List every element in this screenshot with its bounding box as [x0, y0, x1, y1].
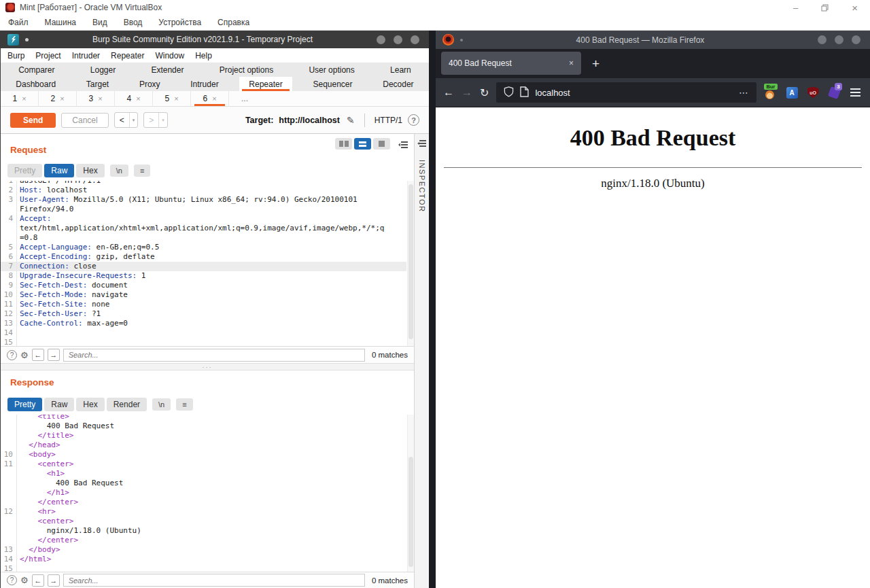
repeater-tab[interactable]: 6×: [191, 91, 229, 106]
tab-close-icon[interactable]: ×: [174, 94, 178, 103]
request-scrollbar[interactable]: [407, 181, 414, 346]
back-icon[interactable]: ←: [443, 86, 454, 99]
vbox-menu-item[interactable]: Вид: [92, 18, 107, 27]
inspector-label[interactable]: INSPECTOR: [418, 160, 426, 212]
search-help-icon[interactable]: ?: [7, 350, 17, 360]
editor-menu-icon[interactable]: ≡: [176, 398, 192, 411]
vbox-menu-item[interactable]: Справка: [218, 18, 249, 27]
burp-menu-item[interactable]: Repeater: [111, 51, 144, 60]
view-tab[interactable]: Render: [107, 398, 147, 411]
repeater-tab[interactable]: 4×: [115, 91, 153, 106]
help-icon[interactable]: ?: [408, 114, 419, 126]
burp-tab[interactable]: Target: [77, 77, 118, 91]
request-search-input[interactable]: [63, 349, 365, 362]
inspector-expand-icon[interactable]: [417, 138, 427, 150]
url-bar[interactable]: localhost ⋯: [496, 82, 756, 103]
view-tab[interactable]: Raw: [44, 164, 74, 177]
view-tab[interactable]: Pretty: [7, 164, 42, 177]
browser-tab[interactable]: 400 Bad Request ×: [441, 52, 581, 75]
burp-tab[interactable]: Logger: [81, 63, 125, 77]
repeater-tab[interactable]: 3×: [77, 91, 115, 106]
vbox-menu-item[interactable]: Устройства: [158, 18, 201, 27]
repeater-tab[interactable]: 1×: [1, 91, 39, 106]
search-settings-gear-icon[interactable]: ⚙: [20, 350, 29, 360]
tab-close-icon[interactable]: ×: [136, 94, 140, 103]
maximize-circle-icon[interactable]: [835, 35, 843, 44]
burp-menu-item[interactable]: Intruder: [72, 51, 100, 60]
view-tab[interactable]: Hex: [76, 164, 104, 177]
inspector-sidebar[interactable]: INSPECTOR: [414, 134, 429, 588]
burp-tab[interactable]: Comparer: [9, 63, 64, 77]
search-next-icon[interactable]: →: [48, 574, 60, 587]
view-tab[interactable]: Pretty: [7, 398, 42, 411]
search-prev-icon[interactable]: ←: [32, 574, 44, 587]
page-info-icon[interactable]: [520, 86, 529, 99]
edit-target-pencil-icon[interactable]: ✎: [347, 115, 355, 126]
layout-columns-button[interactable]: [335, 138, 352, 150]
vbox-menu-item[interactable]: Файл: [8, 18, 29, 27]
request-editor[interactable]: 1austGET / HTTP/1.12Host: localhost3User…: [1, 181, 414, 346]
ublock-origin-extension-icon[interactable]: uO: [806, 86, 820, 99]
burp-tab[interactable]: Dashboard: [6, 77, 65, 91]
minimize-circle-icon[interactable]: [818, 35, 826, 44]
layout-stacked-button[interactable]: [354, 138, 371, 150]
translate-extension-icon[interactable]: A: [785, 86, 799, 99]
cancel-button[interactable]: Cancel: [61, 113, 108, 128]
repeater-tab[interactable]: 2×: [39, 91, 77, 106]
view-tab[interactable]: Raw: [44, 398, 74, 411]
history-forward-caret-icon[interactable]: ▾: [158, 113, 167, 127]
burp-menu-item[interactable]: Window: [155, 51, 184, 60]
foxyproxy-extension-icon[interactable]: Bur: [764, 86, 778, 99]
burp-tab[interactable]: User options: [299, 63, 364, 77]
layout-single-button[interactable]: [373, 138, 390, 150]
url-text[interactable]: localhost: [535, 88, 570, 98]
panel-splitter[interactable]: ···: [1, 363, 414, 370]
maximize-circle-icon[interactable]: [394, 35, 402, 44]
response-search-input[interactable]: [63, 574, 365, 587]
editor-menu-icon[interactable]: ≡: [134, 165, 150, 177]
tab-close-icon[interactable]: ×: [60, 94, 64, 103]
search-settings-gear-icon[interactable]: ⚙: [20, 575, 29, 585]
minimize-icon[interactable]: –: [793, 3, 798, 13]
tab-close-icon[interactable]: ×: [98, 94, 102, 103]
shield-icon[interactable]: [504, 86, 514, 99]
burp-tab[interactable]: Proxy: [130, 77, 170, 91]
response-scrollbar[interactable]: [407, 415, 414, 572]
send-button[interactable]: Send: [10, 113, 56, 128]
burp-tab[interactable]: Sequencer: [303, 77, 362, 91]
tab-close-icon[interactable]: ×: [563, 58, 574, 68]
escape-chars-button[interactable]: \n: [110, 165, 128, 177]
burp-tab[interactable]: Learn: [381, 63, 421, 77]
burp-tab[interactable]: Intruder: [181, 77, 228, 91]
search-next-icon[interactable]: →: [48, 349, 60, 361]
search-prev-icon[interactable]: ←: [32, 349, 44, 361]
history-back-arrow[interactable]: <: [115, 113, 129, 127]
tab-close-icon[interactable]: ×: [212, 94, 216, 103]
reload-icon[interactable]: ↻: [480, 86, 489, 99]
burp-menu-item[interactable]: Help: [195, 51, 212, 60]
vbox-menu-item[interactable]: Машина: [45, 18, 76, 27]
forward-icon[interactable]: →: [462, 86, 472, 99]
tab-close-icon[interactable]: ×: [22, 94, 26, 103]
close-circle-icon[interactable]: [411, 35, 419, 44]
repeater-tab-overflow[interactable]: ...: [229, 91, 260, 106]
history-back-caret-icon[interactable]: ▾: [129, 113, 138, 127]
burp-tab[interactable]: Project options: [210, 63, 283, 77]
vbox-menu-item[interactable]: Ввод: [124, 18, 143, 27]
inspector-toggle-icon[interactable]: [398, 139, 408, 152]
view-tab[interactable]: Hex: [76, 398, 104, 411]
menu-hamburger-icon[interactable]: [848, 88, 863, 97]
minimize-circle-icon[interactable]: [377, 35, 385, 44]
burp-tab[interactable]: Repeater: [239, 77, 292, 91]
burp-menu-item[interactable]: Burp: [7, 51, 24, 60]
escape-chars-button[interactable]: \n: [152, 398, 171, 411]
close-circle-icon[interactable]: [852, 35, 860, 44]
response-scrollbar-thumb[interactable]: [408, 457, 413, 567]
http-version-label[interactable]: HTTP/1: [375, 116, 402, 125]
history-forward-button[interactable]: > ▾: [143, 112, 168, 128]
history-forward-arrow[interactable]: >: [144, 113, 158, 127]
wappalyzer-extension-icon[interactable]: 3: [827, 86, 841, 99]
response-editor[interactable]: <title> 400 Bad Request </title> </head>…: [1, 415, 414, 572]
close-icon[interactable]: ×: [852, 2, 858, 14]
request-scrollbar-thumb[interactable]: [408, 184, 413, 339]
